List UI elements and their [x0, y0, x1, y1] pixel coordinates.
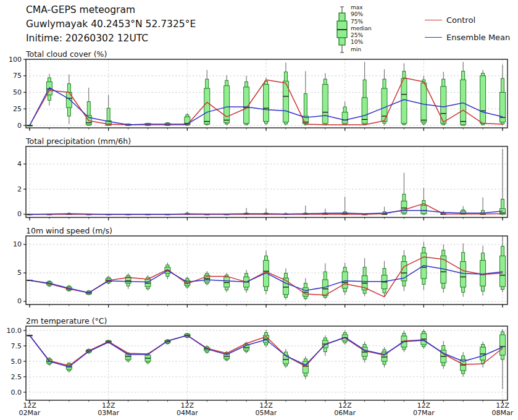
p25-p75-box — [342, 272, 348, 288]
y-tick-label: 5.0 — [11, 358, 22, 366]
x-tick-day-label: 02Mar — [19, 409, 41, 417]
y-tick-label: 2.5 — [11, 373, 22, 381]
y-tick-label: 75 — [13, 72, 22, 80]
p25-p75-box — [322, 85, 328, 124]
p25-p75-box — [224, 277, 230, 287]
p25-p75-box — [342, 112, 348, 124]
p25-p75-box — [264, 85, 269, 122]
p25-p75-box — [480, 76, 486, 124]
y-tick-label: 5 — [17, 269, 22, 277]
p25-p75-box — [500, 256, 506, 287]
y-tick-label: 25 — [13, 105, 22, 113]
panel-frame-precip — [26, 146, 508, 217]
x-tick-day-label: 08Mar — [492, 409, 514, 417]
x-tick-day-label: 07Mar — [413, 409, 435, 417]
y-tick-label: 0 — [17, 297, 22, 305]
p25-p75-box — [461, 261, 466, 287]
meteogram-page: CMA-GEPS meteogram Guwlymayak 40.2453°N … — [0, 0, 518, 420]
x-tick-day-label: 05Mar — [256, 409, 277, 417]
p25-p75-box — [461, 80, 466, 125]
y-tick-label: 4 — [17, 160, 22, 168]
p25-p75-box — [421, 83, 427, 122]
p25-p75-box — [500, 335, 506, 355]
y-tick-label: 0 — [17, 122, 22, 130]
y-tick-label: 7.5 — [11, 342, 22, 350]
y-tick-label: 100 — [9, 56, 22, 64]
y-tick-label: 0.0 — [11, 388, 22, 397]
y-tick-label: 10.0 — [7, 327, 22, 335]
p25-p75-box — [401, 78, 407, 124]
x-tick-day-label: 03Mar — [98, 409, 119, 417]
p25-p75-box — [204, 88, 210, 124]
y-tick-label: 2 — [17, 185, 22, 193]
p25-p75-box — [401, 201, 407, 213]
x-tick-day-label: 04Mar — [177, 409, 198, 417]
p25-p75-box — [480, 261, 486, 286]
y-tick-label: 50 — [13, 88, 22, 96]
y-tick-label: 10 — [13, 240, 22, 248]
meteogram-chart: 025507510002405100.02.55.07.510.012Z02Ma… — [0, 0, 518, 420]
y-tick-label: 0 — [17, 210, 22, 218]
x-tick-day-label: 06Mar — [334, 409, 356, 417]
p25-p75-box — [421, 206, 427, 214]
